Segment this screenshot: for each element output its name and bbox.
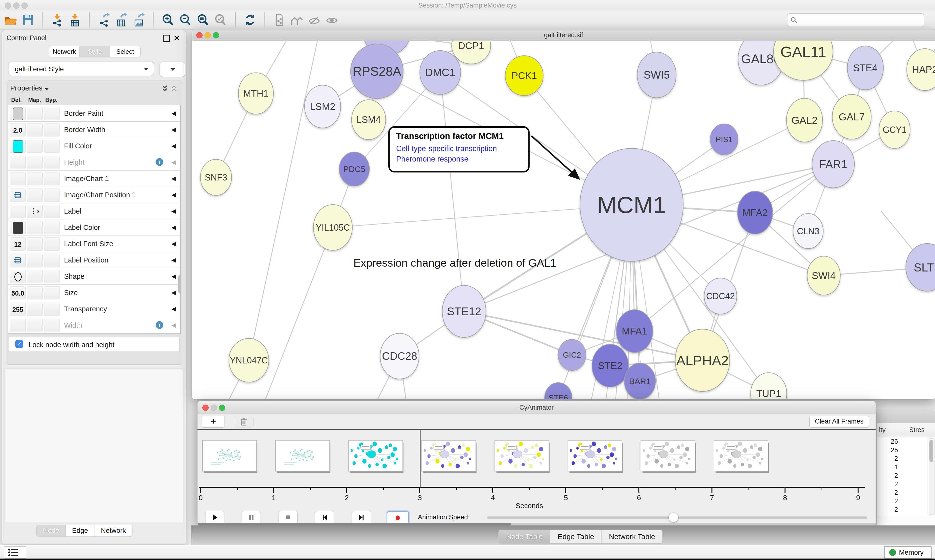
- collapse-all-icon[interactable]: [170, 84, 178, 92]
- info-icon[interactable]: i: [156, 321, 164, 329]
- property-row-label-font-size[interactable]: 12Label Font Size◀: [8, 236, 181, 252]
- first-neighbors-button[interactable]: [290, 13, 304, 27]
- expand-row-icon[interactable]: ◀: [171, 142, 176, 149]
- node-ste2[interactable]: STE2: [592, 344, 628, 387]
- float-panel-icon[interactable]: [164, 35, 170, 42]
- show-all-button[interactable]: [325, 13, 339, 27]
- tab-network[interactable]: Network: [49, 46, 80, 57]
- import-table-button[interactable]: [68, 13, 82, 27]
- node-mth1[interactable]: MTH1: [238, 73, 273, 114]
- node-alpha2[interactable]: ALPHA2: [675, 329, 730, 391]
- close-panel-icon[interactable]: ✕: [174, 34, 180, 42]
- expand-row-icon[interactable]: ◀: [171, 256, 176, 263]
- property-def-cell[interactable]: [10, 172, 26, 185]
- property-byp-cell[interactable]: [44, 221, 60, 234]
- animation-speed-slider-handle[interactable]: [669, 512, 678, 522]
- node-pis1[interactable]: PIS1: [710, 124, 738, 155]
- property-map-cell[interactable]: [27, 303, 43, 316]
- property-row-image-chart-position-1[interactable]: Image/Chart Position 1◀: [8, 187, 181, 203]
- properties-scrollbar[interactable]: [178, 275, 181, 293]
- expand-row-icon[interactable]: ◀: [171, 273, 176, 280]
- property-row-height[interactable]: Heighti◀: [8, 154, 181, 171]
- property-byp-cell[interactable]: [44, 189, 60, 202]
- property-map-cell[interactable]: [27, 254, 43, 267]
- property-row-transparency[interactable]: 255Transparency◀: [8, 301, 181, 317]
- property-byp-cell[interactable]: [44, 286, 60, 300]
- property-map-cell[interactable]: ⋮›: [27, 205, 43, 218]
- expand-row-icon[interactable]: ◀: [171, 175, 176, 182]
- color-swatch[interactable]: [13, 108, 23, 120]
- node-table-scrollbar[interactable]: [929, 438, 935, 515]
- property-row-border-width[interactable]: 2.0Border Width◀: [8, 122, 181, 138]
- node-swi5[interactable]: SWI5: [637, 52, 676, 98]
- tab-style[interactable]: Style: [80, 46, 110, 57]
- lock-size-checkbox[interactable]: ✓: [15, 340, 23, 348]
- property-row-fill-color[interactable]: Fill Color◀: [8, 138, 181, 154]
- property-row-border-paint[interactable]: Border Paint◀: [8, 105, 181, 122]
- node-ste12[interactable]: STE12: [442, 285, 486, 337]
- expand-row-icon[interactable]: ◀: [171, 208, 176, 215]
- play-button[interactable]: [205, 511, 224, 524]
- zoom-out-button[interactable]: [179, 13, 193, 27]
- property-def-cell[interactable]: 50.0: [10, 286, 26, 300]
- node-ynl047c[interactable]: YNL047C: [229, 338, 269, 382]
- annotation-box[interactable]: Transcription factor MCM1 Cell-type-spec…: [388, 126, 529, 172]
- node-cdc42[interactable]: CDC42: [704, 278, 737, 314]
- property-map-cell[interactable]: [27, 172, 43, 185]
- property-byp-cell[interactable]: [44, 270, 60, 283]
- node-lsm2[interactable]: LSM2: [305, 85, 341, 128]
- node-rps28a[interactable]: RPS28A: [350, 44, 403, 98]
- property-def-cell[interactable]: 255: [10, 303, 26, 316]
- node-yil105c[interactable]: YIL105C: [313, 205, 352, 250]
- property-def-cell[interactable]: [10, 270, 26, 283]
- property-def-cell[interactable]: [10, 107, 26, 120]
- clear-all-frames-button[interactable]: Clear All Frames: [809, 416, 869, 428]
- node-dmc1[interactable]: DMC1: [420, 51, 461, 94]
- panel-tab-network[interactable]: Network: [94, 525, 132, 536]
- table-cell[interactable]: 2: [877, 497, 898, 506]
- node-pdc5[interactable]: PDC5: [339, 152, 369, 186]
- property-row-size[interactable]: 50.0Size◀: [8, 285, 181, 301]
- save-session-button[interactable]: [21, 13, 35, 27]
- expand-row-icon[interactable]: ◀: [171, 158, 176, 166]
- zoom-selected-button[interactable]: [214, 13, 228, 27]
- expand-row-icon[interactable]: ◀: [171, 126, 176, 133]
- export-image-button[interactable]: [132, 13, 146, 27]
- expand-row-icon[interactable]: ◀: [171, 289, 176, 296]
- annotation-link[interactable]: Pheromone response: [396, 154, 522, 164]
- hide-selected-button[interactable]: [307, 13, 321, 27]
- property-byp-cell[interactable]: [44, 237, 60, 251]
- frame-thumbnail-5[interactable]: [568, 440, 622, 471]
- table-cell[interactable]: 2: [877, 454, 898, 463]
- property-row-shape[interactable]: Shape◀: [8, 268, 181, 285]
- add-frame-button[interactable]: +: [202, 416, 225, 428]
- network-window-titlebar[interactable]: galFiltered.sif: [192, 29, 935, 41]
- node-ste4[interactable]: STE4: [847, 46, 883, 90]
- export-table-button[interactable]: [114, 13, 128, 27]
- property-row-label-color[interactable]: Label Color◀: [8, 219, 181, 236]
- node-gal7[interactable]: GAL7: [832, 94, 871, 139]
- property-row-label[interactable]: ⋮›Label◀: [8, 203, 181, 219]
- delete-frame-button[interactable]: [234, 416, 253, 428]
- node-gic2[interactable]: GIC2: [558, 339, 586, 371]
- search-input[interactable]: [800, 15, 920, 25]
- property-def-cell[interactable]: [10, 221, 26, 234]
- node-ste6[interactable]: STE6: [545, 383, 572, 399]
- property-row-label-position[interactable]: Label Position◀: [8, 252, 181, 268]
- property-map-cell[interactable]: [27, 107, 43, 120]
- frame-thumbnail-7[interactable]: [714, 440, 768, 471]
- property-map-cell[interactable]: [27, 221, 43, 234]
- properties-header[interactable]: Properties: [10, 84, 49, 92]
- expand-row-icon[interactable]: ◀: [171, 305, 176, 312]
- search-box[interactable]: [787, 13, 924, 27]
- node-gcy1[interactable]: GCY1: [879, 111, 910, 148]
- column-header[interactable]: Stres: [909, 426, 924, 434]
- annotation-link[interactable]: Cell-type-specific transcription: [396, 143, 522, 154]
- property-def-cell[interactable]: 12: [10, 237, 26, 251]
- node-cln3[interactable]: CLN3: [793, 214, 823, 249]
- import-network-button[interactable]: [50, 13, 64, 27]
- property-map-cell[interactable]: [27, 140, 43, 153]
- network-canvas[interactable]: RPS28BDCP1RPS28ADMC1PCK1MTH1LSM2LSM4SNF3…: [192, 41, 935, 399]
- skip-end-button[interactable]: [352, 511, 371, 524]
- frame-thumbnail-6[interactable]: [640, 440, 695, 471]
